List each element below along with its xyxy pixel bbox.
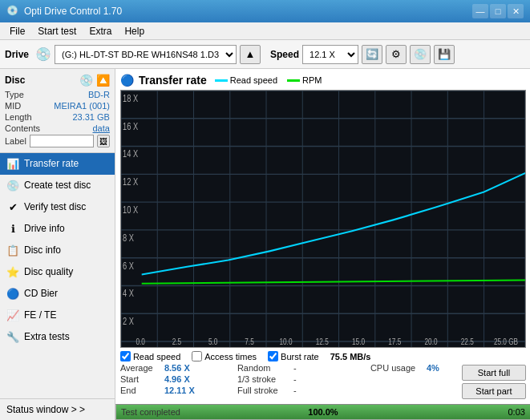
- extra-tests-icon: 🔧: [6, 330, 19, 343]
- legend-rpm-label: RPM: [302, 75, 322, 85]
- disc-panel-title: Disc: [5, 75, 25, 86]
- stroke13-row: 1/3 stroke -: [237, 374, 366, 384]
- cpu-value: 4%: [427, 363, 459, 373]
- nav-create-test-disc-label: Create test disc: [24, 180, 91, 191]
- titlebar: 💿 Opti Drive Control 1.70 — □ ✕: [0, 0, 530, 22]
- chart-title-container: 🔵 Transfer rate: [120, 74, 207, 87]
- toolbar: Drive 💿 (G:) HL-DT-ST BD-RE WH16NS48 1.D…: [0, 40, 530, 69]
- menu-extra[interactable]: Extra: [83, 24, 118, 38]
- nav-item-extra-tests[interactable]: 🔧 Extra tests: [0, 326, 115, 348]
- burst-rate-checkbox[interactable]: Burst rate: [268, 351, 319, 361]
- svg-text:7.5: 7.5: [245, 337, 254, 347]
- svg-text:12 X: 12 X: [123, 176, 139, 188]
- speed-select[interactable]: 12.1 X: [302, 45, 358, 64]
- fe-te-icon: 📈: [6, 309, 19, 321]
- chart-title-icon: 🔵: [120, 74, 134, 87]
- menubar: File Start test Extra Help: [0, 22, 530, 40]
- length-label: Length: [5, 112, 32, 122]
- access-times-check[interactable]: [192, 351, 202, 361]
- random-value: -: [293, 363, 297, 373]
- nav-item-disc-info[interactable]: 📋 Disc info: [0, 240, 115, 261]
- start-label: Start: [120, 374, 164, 384]
- read-speed-check[interactable]: [120, 351, 131, 361]
- disc-label-input[interactable]: [30, 135, 94, 147]
- burst-rate-check[interactable]: [268, 351, 278, 361]
- svg-text:8 X: 8 X: [123, 232, 134, 243]
- svg-text:5.0: 5.0: [208, 337, 218, 347]
- random-row: Random -: [237, 363, 366, 373]
- legend-read-speed-color: [215, 79, 228, 82]
- chart-area: 18 X 16 X 14 X 12 X 10 X 8 X 6 X 4 X 2 X: [120, 90, 526, 348]
- chart-title: Transfer rate: [139, 74, 207, 87]
- full-stroke-value: -: [293, 386, 297, 395]
- chart-header: 🔵 Transfer rate Read speed RPM: [120, 74, 526, 87]
- nav-item-disc-quality[interactable]: ⭐ Disc quality: [0, 261, 115, 283]
- svg-text:14 X: 14 X: [123, 148, 139, 160]
- type-value: BD-R: [88, 90, 110, 99]
- bottom-stats: Average 8.56 X Random - CPU usage 4% Sta…: [120, 363, 459, 395]
- settings-button[interactable]: ⚙: [386, 45, 407, 64]
- svg-text:25.0 GB: 25.0 GB: [494, 337, 518, 347]
- access-times-checkbox[interactable]: Access times: [192, 351, 257, 361]
- full-stroke-label: Full stroke: [237, 386, 293, 395]
- mid-label: MID: [5, 101, 21, 111]
- svg-text:17.5: 17.5: [388, 337, 401, 347]
- read-speed-checkbox[interactable]: Read speed: [120, 351, 180, 361]
- average-row: Average 8.56 X: [120, 363, 233, 373]
- eject-button[interactable]: ▲: [240, 45, 261, 64]
- menu-start-test[interactable]: Start test: [31, 24, 83, 38]
- svg-rect-0: [121, 91, 525, 347]
- nav-transfer-rate-label: Transfer rate: [24, 158, 79, 169]
- status-window-button[interactable]: Status window > >: [0, 398, 115, 420]
- contents-value[interactable]: data: [93, 123, 110, 133]
- app-title: Opti Drive Control 1.70: [24, 6, 472, 17]
- disc-button[interactable]: 💿: [410, 45, 431, 64]
- nav-extra-tests-label: Extra tests: [24, 331, 70, 342]
- contents-label: Contents: [5, 123, 40, 133]
- refresh-button[interactable]: 🔄: [362, 45, 382, 64]
- nav-cd-bier-label: CD Bier: [24, 288, 58, 299]
- verify-test-disc-icon: ✔: [6, 200, 19, 213]
- minimize-button[interactable]: —: [472, 4, 488, 18]
- nav-item-transfer-rate[interactable]: 📊 Transfer rate: [0, 153, 115, 175]
- average-label: Average: [120, 363, 164, 373]
- main-layout: Disc 💿 🔼 Type BD-R MID MEIRA1 (001) Leng…: [0, 69, 530, 420]
- legend-rpm: RPM: [287, 75, 322, 85]
- transfer-rate-icon: 📊: [6, 157, 19, 170]
- close-button[interactable]: ✕: [508, 4, 524, 18]
- nav-item-create-test-disc[interactable]: 💿 Create test disc: [0, 175, 115, 196]
- menu-help[interactable]: Help: [118, 24, 151, 38]
- svg-text:15.0: 15.0: [352, 337, 365, 347]
- progress-bar-container: Test completed 100.0% 0:03: [115, 404, 530, 420]
- svg-text:18 X: 18 X: [123, 93, 139, 104]
- chart-checkboxes: Read speed Access times Burst rate 75.5 …: [120, 348, 526, 363]
- nav-item-drive-info[interactable]: ℹ Drive info: [0, 218, 115, 240]
- stroke13-label: 1/3 stroke: [237, 374, 293, 384]
- start-part-button[interactable]: Start part: [462, 383, 526, 399]
- cpu-row: CPU usage 4%: [370, 363, 459, 373]
- maximize-button[interactable]: □: [490, 4, 506, 18]
- length-value: 23.31 GB: [72, 112, 109, 122]
- nav-item-cd-bier[interactable]: 🔵 CD Bier: [0, 283, 115, 305]
- progress-time: 0:03: [508, 407, 525, 417]
- start-full-button[interactable]: Start full: [462, 365, 526, 381]
- save-button[interactable]: 💾: [434, 45, 455, 64]
- nav-item-verify-test-disc[interactable]: ✔ Verify test disc: [0, 196, 115, 218]
- legend-read-speed: Read speed: [215, 75, 277, 85]
- svg-text:0.0: 0.0: [136, 337, 145, 347]
- drive-label: Drive: [5, 49, 29, 60]
- drive-icon: 💿: [35, 46, 51, 62]
- burst-rate-value: 75.5 MB/s: [330, 352, 371, 361]
- disc-label-icon-button[interactable]: 🖼: [97, 135, 110, 147]
- drive-info-icon: ℹ: [6, 222, 19, 235]
- nav-disc-quality-label: Disc quality: [24, 266, 73, 277]
- start-row: Start 4.96 X: [120, 374, 233, 384]
- svg-text:10 X: 10 X: [123, 204, 139, 216]
- drive-select[interactable]: (G:) HL-DT-ST BD-RE WH16NS48 1.D3: [55, 45, 237, 64]
- nav-verify-test-disc-label: Verify test disc: [24, 201, 86, 212]
- disc-panel-icon: 💿 🔼: [79, 74, 110, 87]
- create-test-disc-icon: 💿: [6, 179, 19, 192]
- nav-item-fe-te[interactable]: 📈 FE / TE: [0, 305, 115, 326]
- menu-file[interactable]: File: [3, 24, 31, 38]
- disc-quality-icon: ⭐: [6, 265, 19, 278]
